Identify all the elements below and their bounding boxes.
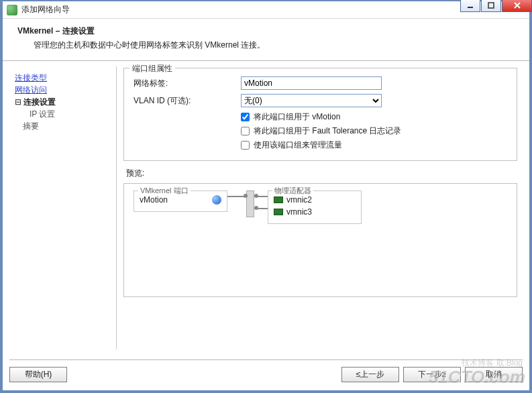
page-subtitle: 管理您的主机和数据中心时使用网络标签来识别 VMkernel 连接。 xyxy=(34,40,517,51)
checkbox-mgmt[interactable]: 使用该端口组来管理流量 xyxy=(241,139,507,151)
close-button[interactable] xyxy=(502,0,532,12)
help-button[interactable]: 帮助(H) xyxy=(9,367,67,382)
port-group-fieldset: 端口组属性 网络标签: VLAN ID (可选): 无(0) 将此端口组用于 v… xyxy=(123,68,517,161)
page-title: VMkernel – 连接设置 xyxy=(17,25,517,37)
checkbox-vmotion-input[interactable] xyxy=(241,113,250,121)
checkbox-ft-label: 将此端口组用于 Fault Tolerance 日志记录 xyxy=(254,125,402,137)
vlan-select[interactable]: 无(0) xyxy=(241,94,382,107)
fieldset-legend: 端口组属性 xyxy=(129,63,175,74)
row-network-label: 网络标签: xyxy=(134,76,507,90)
checkbox-vmotion-label: 将此端口组用于 vMotion xyxy=(254,111,340,123)
preview-label: 预览: xyxy=(126,168,517,179)
network-diagram: VMkernel 端口 vMotion xyxy=(134,190,507,224)
next-button[interactable]: 下一步≥ xyxy=(403,367,461,382)
nav-step-network-access[interactable]: 网络访问 xyxy=(15,84,111,96)
nic-item-2: vmnic3 xyxy=(274,206,356,218)
footer-bar: 帮助(H) ≤上一步 下一步≥ 取消 xyxy=(9,359,523,382)
titlebar: 添加网络向导 xyxy=(3,1,529,19)
window-controls xyxy=(460,0,532,12)
physical-adapter-group: 物理适配器 vmnic2 vmnic3 xyxy=(268,190,362,224)
nav-step-connection-type[interactable]: 连接类型 xyxy=(15,72,111,84)
globe-icon xyxy=(212,195,221,205)
wizard-window: 添加网络向导 VMkernel – 连接设置 管理您的主机和数据中心时使用网络标… xyxy=(2,1,530,391)
preview-box: VMkernel 端口 vMotion xyxy=(123,183,517,297)
minimize-button[interactable] xyxy=(460,0,480,12)
content-area: 连接类型 网络访问 连接设置 IP 设置 摘要 端口组属性 网络标签: VLAN… xyxy=(3,61,529,349)
app-icon xyxy=(7,5,17,15)
physical-legend: 物理适配器 xyxy=(272,186,313,196)
vmkernel-group: VMkernel 端口 vMotion xyxy=(134,190,227,212)
nic-icon xyxy=(274,209,283,215)
header-panel: VMkernel – 连接设置 管理您的主机和数据中心时使用网络标签来识别 VM… xyxy=(3,19,529,61)
row-vlan: VLAN ID (可选): 无(0) xyxy=(134,94,507,107)
wizard-nav: 连接类型 网络访问 连接设置 IP 设置 摘要 xyxy=(3,66,117,349)
checkbox-mgmt-input[interactable] xyxy=(241,141,250,150)
maximize-button[interactable] xyxy=(481,0,501,12)
label-network: 网络标签: xyxy=(134,78,241,89)
back-button[interactable]: ≤上一步 xyxy=(341,367,399,382)
window-title: 添加网络向导 xyxy=(21,4,70,15)
cancel-button[interactable]: 取消 xyxy=(465,367,523,382)
network-label-input[interactable] xyxy=(241,76,382,90)
checkbox-ft[interactable]: 将此端口组用于 Fault Tolerance 日志记录 xyxy=(241,125,507,137)
checkbox-mgmt-label: 使用该端口组来管理流量 xyxy=(254,139,342,151)
label-vlan: VLAN ID (可选): xyxy=(134,95,241,107)
nav-substep-ip: IP 设置 xyxy=(30,108,111,120)
nav-step-summary: 摘要 xyxy=(23,120,111,132)
checkbox-ft-input[interactable] xyxy=(241,127,250,135)
connection-trunk xyxy=(227,190,268,217)
nav-step-current: 连接设置 xyxy=(15,96,111,108)
checkbox-vmotion[interactable]: 将此端口组用于 vMotion xyxy=(241,111,507,123)
vmkernel-legend: VMkernel 端口 xyxy=(138,186,191,196)
nic-icon xyxy=(274,196,283,203)
nic2-label: vmnic3 xyxy=(286,206,312,218)
svg-rect-1 xyxy=(488,3,494,8)
main-panel: 端口组属性 网络标签: VLAN ID (可选): 无(0) 将此端口组用于 v… xyxy=(117,61,529,349)
